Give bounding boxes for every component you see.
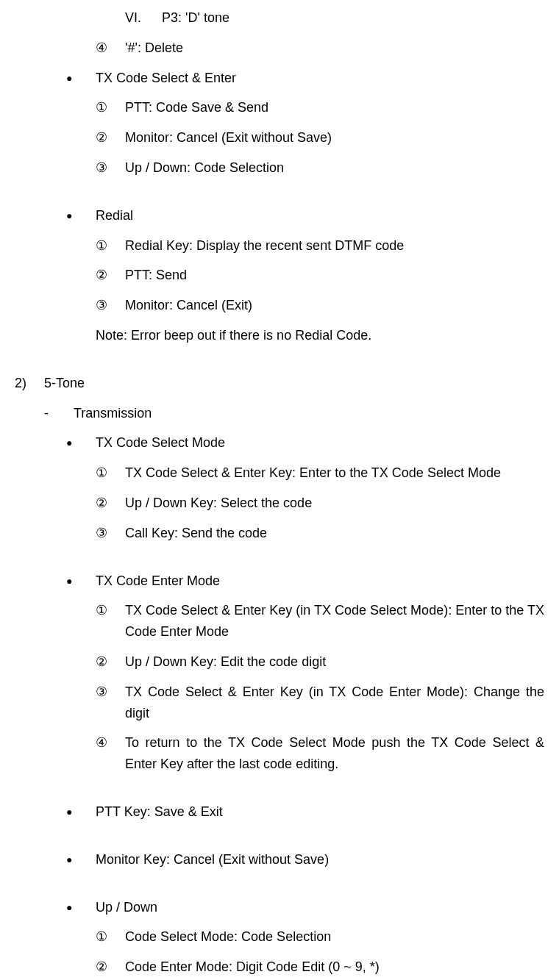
- bullet-ptt-key: ● PTT Key: Save & Exit: [15, 801, 544, 823]
- item-text: TX Code Select & Enter Key (in TX Code E…: [125, 682, 544, 724]
- marker: ①: [96, 600, 125, 643]
- heading-text: Transmission: [74, 403, 544, 424]
- bullet-tx-code-enter-mode: ● TX Code Enter Mode: [15, 571, 544, 592]
- marker: ③: [96, 295, 125, 316]
- item-text: Monitor: Cancel (Exit): [125, 295, 544, 316]
- marker: ③: [96, 682, 125, 724]
- marker: ③: [96, 523, 125, 544]
- list-item: ③ Up / Down: Code Selection: [15, 157, 544, 179]
- list-item: ① TX Code Select & Enter Key: Enter to t…: [15, 462, 544, 484]
- bullet-text: TX Code Select Mode: [96, 432, 544, 454]
- marker: ①: [96, 926, 125, 948]
- list-item: ② Up / Down Key: Select the code: [15, 493, 544, 514]
- spacer: [15, 355, 544, 373]
- spacer: [15, 831, 544, 849]
- marker: VI.: [125, 7, 162, 29]
- list-item-c4: ④ '#': Delete: [15, 37, 544, 59]
- item-text: Code Enter Mode: Digit Code Edit (0 ~ 9,…: [125, 956, 544, 978]
- item-text: PTT: Send: [125, 265, 544, 286]
- bullet-tx-code-select-enter: ● TX Code Select & Enter: [15, 68, 544, 89]
- heading-text: 5-Tone: [44, 373, 544, 394]
- list-item: ③ Call Key: Send the code: [15, 523, 544, 544]
- marker: ③: [96, 157, 125, 179]
- redial-note: Note: Error beep out if there is no Redi…: [15, 325, 544, 346]
- bullet-text: Redial: [96, 205, 544, 226]
- list-item: ① Redial Key: Display the recent sent DT…: [15, 235, 544, 257]
- item-text: Monitor: Cancel (Exit without Save): [125, 127, 544, 149]
- spacer: [15, 879, 544, 897]
- bullet-icon: ●: [66, 432, 96, 454]
- spacer: [15, 187, 544, 205]
- note-text: Note: Error beep out if there is no Redi…: [96, 325, 544, 346]
- item-text: Up / Down Key: Select the code: [125, 493, 544, 514]
- bullet-icon: ●: [66, 849, 96, 870]
- spacer: [15, 784, 544, 801]
- item-text: P3: 'D' tone: [162, 7, 544, 29]
- list-item: ② Monitor: Cancel (Exit without Save): [15, 127, 544, 149]
- bullet-text: TX Code Enter Mode: [96, 571, 544, 592]
- list-item: ① PTT: Code Save & Send: [15, 97, 544, 118]
- list-item: ① TX Code Select & Enter Key (in TX Code…: [15, 600, 544, 643]
- item-text: '#': Delete: [125, 37, 544, 59]
- item-text: Up / Down: Code Selection: [125, 157, 544, 179]
- marker: ④: [96, 732, 125, 775]
- marker: ①: [96, 235, 125, 257]
- list-item: ③ TX Code Select & Enter Key (in TX Code…: [15, 682, 544, 724]
- bullet-text: Monitor Key: Cancel (Exit without Save): [96, 849, 544, 870]
- item-text: TX Code Select & Enter Key: Enter to the…: [125, 462, 544, 484]
- list-item: ① Code Select Mode: Code Selection: [15, 926, 544, 948]
- item-text: Up / Down Key: Edit the code digit: [125, 651, 544, 673]
- marker: ①: [96, 462, 125, 484]
- sub-heading-transmission: - Transmission: [15, 403, 544, 424]
- list-item: ② Code Enter Mode: Digit Code Edit (0 ~ …: [15, 956, 544, 978]
- bullet-redial: ● Redial: [15, 205, 544, 226]
- spacer: [15, 553, 544, 571]
- item-text: Redial Key: Display the recent sent DTMF…: [125, 235, 544, 257]
- list-item: ② Up / Down Key: Edit the code digit: [15, 651, 544, 673]
- bullet-icon: ●: [66, 205, 96, 226]
- marker: ②: [96, 127, 125, 149]
- item-text: Call Key: Send the code: [125, 523, 544, 544]
- bullet-text: TX Code Select & Enter: [96, 68, 544, 89]
- item-text: PTT: Code Save & Send: [125, 97, 544, 118]
- item-text: TX Code Select & Enter Key (in TX Code S…: [125, 600, 544, 643]
- bullet-monitor-key: ● Monitor Key: Cancel (Exit without Save…: [15, 849, 544, 870]
- marker: 2): [15, 373, 44, 394]
- bullet-icon: ●: [66, 68, 96, 89]
- bullet-icon: ●: [66, 571, 96, 592]
- bullet-icon: ●: [66, 897, 96, 918]
- marker: -: [44, 403, 74, 424]
- marker: ②: [96, 956, 125, 978]
- marker: ①: [96, 97, 125, 118]
- item-text: To return to the TX Code Select Mode pus…: [125, 732, 544, 775]
- marker: ②: [96, 651, 125, 673]
- marker: ②: [96, 493, 125, 514]
- list-item: ③ Monitor: Cancel (Exit): [15, 295, 544, 316]
- bullet-up-down: ● Up / Down: [15, 897, 544, 918]
- list-item: ④ To return to the TX Code Select Mode p…: [15, 732, 544, 775]
- list-item-vi: VI. P3: 'D' tone: [15, 7, 544, 29]
- bullet-icon: ●: [66, 801, 96, 823]
- section-heading-5tone: 2) 5-Tone: [15, 373, 544, 394]
- bullet-text: Up / Down: [96, 897, 544, 918]
- bullet-tx-code-select-mode: ● TX Code Select Mode: [15, 432, 544, 454]
- marker: ②: [96, 265, 125, 286]
- bullet-text: PTT Key: Save & Exit: [96, 801, 544, 823]
- marker: ④: [96, 37, 125, 59]
- item-text: Code Select Mode: Code Selection: [125, 926, 544, 948]
- list-item: ② PTT: Send: [15, 265, 544, 286]
